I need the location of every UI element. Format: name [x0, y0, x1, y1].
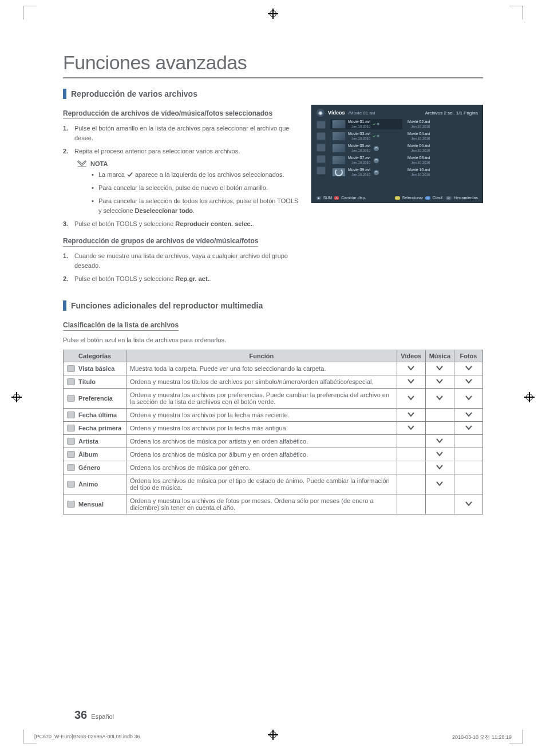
step-number: 1. — [63, 251, 74, 271]
table-row: Fecha últimaOrdena y muestra los archivo… — [64, 408, 483, 421]
step-text: Pulse el botón TOOLS y seleccione Reprod… — [74, 219, 301, 229]
table-row: ÁnimoOrdena los archivos de música por e… — [64, 474, 483, 494]
tv-footer: ■ SUM A Cambiar disp. C Seleccionar D Cl… — [316, 196, 478, 200]
tv-status: Archivos 2 sel. 1/1 Página — [425, 110, 478, 116]
step-number: 2. — [63, 274, 74, 284]
crop-mark — [23, 6, 37, 19]
print-file: [PC670_W-Euro]BN68-02695A-00L09.indb 36 — [34, 734, 140, 741]
section-heading: Funciones adicionales del reproductor mu… — [63, 300, 483, 311]
tv-side-icons — [316, 119, 327, 177]
section-bar-icon — [63, 89, 66, 99]
section-heading: Reproducción de varios archivos — [63, 89, 483, 99]
table-header: Vídeos — [397, 350, 425, 362]
step-number: 1. — [63, 124, 74, 143]
subheading: Clasificación de la lista de archivos — [63, 321, 179, 331]
note-item: Para cancelar la selección, pulse de nue… — [92, 183, 301, 193]
svg-point-1 — [377, 135, 379, 137]
registration-mark — [524, 392, 535, 402]
step-text: Pulse el botón TOOLS y seleccione Rep.gr… — [74, 274, 301, 284]
table-header: Función — [126, 350, 397, 362]
table-row: Fecha primeraOrdena y muestra los archiv… — [64, 421, 483, 434]
sum-chip: ■ — [316, 196, 321, 200]
note-item: La marca aparece a la izquierda de los a… — [92, 170, 301, 180]
page-number: 36 — [74, 708, 87, 721]
check-icon — [126, 171, 133, 176]
classification-table: CategoríasFunciónVídeosMúsicaFotos Vista… — [63, 350, 483, 514]
subheading: Reproducción de grupos de archivos de ví… — [63, 237, 258, 247]
title-rule — [63, 77, 483, 78]
table-row: TítuloOrdena y muestra los títulos de ar… — [64, 375, 483, 388]
reel-icon: ◉ — [316, 109, 325, 117]
body-text: Pulse el botón azul en la lista de archi… — [63, 335, 483, 345]
page-lang: Español — [91, 713, 114, 720]
note-label: NOTA — [90, 160, 108, 167]
table-row: ÁlbumOrdena los archivos de música por á… — [64, 448, 483, 461]
table-row: PreferenciaOrdena y muestra los archivos… — [64, 388, 483, 408]
subheading: Reproducción de archivos de vídeo/música… — [63, 109, 272, 119]
table-header: Música — [425, 350, 454, 362]
registration-mark — [11, 392, 22, 402]
page-footer: 36 Español — [74, 708, 114, 722]
d-chip: D — [425, 196, 430, 200]
table-header: Categorías — [64, 350, 126, 362]
step-text: Pulse el botón amarillo en la lista de a… — [74, 124, 301, 143]
step-text: Cuando se muestre una lista de archivos,… — [74, 251, 301, 271]
table-row: GéneroOrdena los archivos de música por … — [64, 461, 483, 474]
page-title: Funciones avanzadas — [63, 52, 483, 74]
svg-point-3 — [374, 157, 379, 163]
table-header: Fotos — [454, 350, 483, 362]
section-title: Funciones adicionales del reproductor mu… — [71, 301, 263, 310]
note-icon — [77, 160, 87, 168]
table-row: MensualOrdena y muestra los archivos de … — [64, 494, 483, 514]
table-row: Vista básicaMuestra toda la carpeta. Pue… — [64, 362, 483, 375]
svg-point-4 — [374, 169, 379, 175]
step-text: Repita el proceso anterior para seleccio… — [74, 147, 301, 156]
tv-screenshot: ◉ Vídeos /Movie 01.avi Archivos 2 sel. 1… — [311, 105, 483, 288]
section-bar-icon — [63, 300, 66, 311]
registration-mark — [268, 9, 278, 19]
tv-path: /Movie 01.avi — [349, 110, 375, 116]
tools-chip: ⯐ — [446, 196, 452, 200]
step-number: 2. — [63, 147, 74, 156]
print-footer: [PC670_W-Euro]BN68-02695A-00L09.indb 36 … — [34, 734, 512, 741]
step-number: 3. — [63, 219, 74, 229]
table-row: ArtistaOrdena los archivos de música por… — [64, 434, 483, 448]
note-item: Para cancelar la selección de todos los … — [92, 196, 301, 216]
section-title: Reproducción de varios archivos — [71, 89, 197, 98]
print-date: 2010-03-10 오전 11:28:19 — [452, 734, 512, 741]
c-chip: C — [395, 196, 399, 200]
tv-title: Vídeos — [328, 110, 345, 116]
a-chip: A — [334, 196, 339, 200]
crop-mark — [509, 6, 523, 19]
svg-point-2 — [374, 145, 379, 151]
svg-point-0 — [377, 123, 379, 125]
